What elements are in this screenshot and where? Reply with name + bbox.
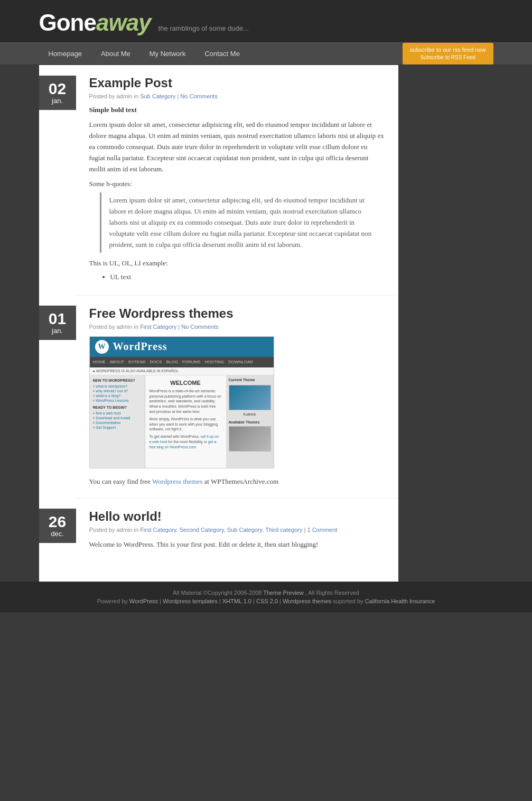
logo-gone: Gone <box>39 10 96 35</box>
wp-screenshot: W WordPress HOME ABOUT EXTEND DOCS BLOG … <box>89 336 274 468</box>
post-3: 26 dec. Hello world! Posted by admin in … <box>39 498 398 566</box>
post1-bquotes-label: Some b-quotes: <box>89 180 385 188</box>
post1-bold: Simple bold text <box>89 106 385 114</box>
date-badge-3: 26 dec. <box>39 509 76 543</box>
logo: Goneaway the ramblings of some dude... <box>39 10 249 36</box>
post3-day: 26 <box>42 514 73 530</box>
footer-wp-templates[interactable]: Wordpress templates <box>163 598 218 604</box>
footer-ca-health[interactable]: California Health Insurance <box>365 598 435 604</box>
post3-content: Hello world! Posted by admin in First Ca… <box>76 498 398 566</box>
logo-away: away <box>96 10 151 35</box>
post-2: 01 jan. Free Wordpress themes Posted by … <box>39 295 398 498</box>
nav-menu: Homepage About Me My Network Contact Me <box>39 44 249 63</box>
post3-cat3[interactable]: Sub Category <box>227 527 262 533</box>
nav-network[interactable]: My Network <box>140 44 195 63</box>
post-1: 02 jan. Example Post Posted by admin in … <box>39 65 398 294</box>
nav-about[interactable]: About Me <box>91 44 140 63</box>
footer-css[interactable]: CSS 2.0 <box>256 598 278 604</box>
rss-line1: subscribe to our rss feed now <box>410 46 486 54</box>
footer-copyright: All Material ©Copyright 2006-2008 <box>173 590 262 596</box>
post3-cat1[interactable]: First Category <box>140 527 176 533</box>
post1-comments[interactable]: No Comments <box>180 93 217 99</box>
post3-month: dec. <box>42 530 73 538</box>
tagline: the ramblings of some dude... <box>158 24 249 32</box>
footer-wordpress[interactable]: WordPress <box>129 598 158 604</box>
date-badge-2: 01 jan. <box>39 306 76 340</box>
post2-day: 01 <box>42 311 73 327</box>
post1-day: 02 <box>42 81 73 97</box>
post1-category[interactable]: Sub Category <box>140 93 175 99</box>
logo-text: Goneaway <box>39 10 151 36</box>
post2-content: Free Wordpress themes Posted by admin in… <box>76 295 398 498</box>
post1-blockquote: Lorem ipsum dolor sit amet, consectetur … <box>100 192 385 253</box>
footer-xhtml[interactable]: XHTML 1.0 <box>222 598 251 604</box>
post1-month: jan. <box>42 97 73 105</box>
sidebar <box>398 65 493 582</box>
list-ul-item: UL text <box>110 271 385 283</box>
post2-wp-themes-link[interactable]: Wordpress themes <box>152 477 202 485</box>
nav-contact[interactable]: Contact Me <box>195 44 249 63</box>
post3-body: Welcome to WordPress. This is your first… <box>89 539 385 550</box>
post2-category[interactable]: First Category <box>140 324 176 330</box>
rss-line2: Subscribe to RSS Feed <box>410 54 486 61</box>
footer: All Material ©Copyright 2006-2008 Theme … <box>0 582 532 612</box>
footer-theme-preview[interactable]: Theme Preview <box>263 590 303 596</box>
post2-title: Free Wordpress themes <box>89 306 385 321</box>
post3-cat4[interactable]: Third category <box>265 527 302 533</box>
post3-comments[interactable]: 1 Comment <box>307 527 338 533</box>
nav-homepage[interactable]: Homepage <box>39 44 92 63</box>
post1-meta: Posted by admin in Sub Category | No Com… <box>89 93 385 99</box>
post2-body: You can easy find free Wordpress themes … <box>89 476 385 487</box>
post3-meta: Posted by admin in First Category, Secon… <box>89 527 385 533</box>
footer-wp-themes[interactable]: Wordpress themes <box>283 598 331 604</box>
post1-list-label: This is UL, OL, LI example: <box>89 259 385 268</box>
rss-button[interactable]: subscribe to our rss feed now Subscribe … <box>403 43 493 65</box>
post3-cat2[interactable]: Second Category <box>180 527 224 533</box>
post2-meta: Posted by admin in First Category | No C… <box>89 324 385 330</box>
post1-body: Lorem ipsum dolor sit amet, consectetur … <box>89 119 385 174</box>
post3-title: Hello world! <box>89 509 385 524</box>
post2-month: jan. <box>42 327 73 335</box>
post1-title: Example Post <box>89 76 385 90</box>
post2-comments[interactable]: No Comments <box>181 324 218 330</box>
post1-content: Example Post Posted by admin in Sub Cate… <box>76 65 398 294</box>
date-badge-1: 02 jan. <box>39 76 76 110</box>
